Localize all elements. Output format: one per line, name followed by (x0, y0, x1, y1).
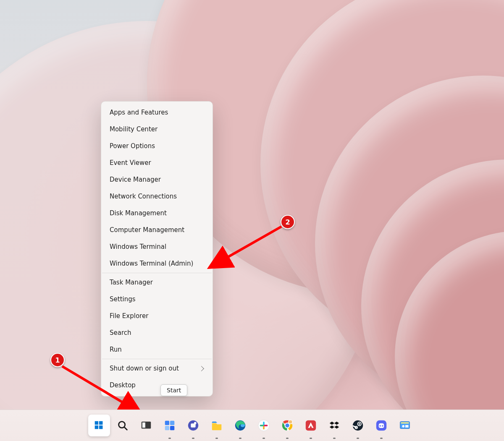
discord-button[interactable] (370, 415, 392, 436)
svg-rect-39 (405, 425, 409, 428)
menu-search[interactable]: Search (101, 324, 213, 341)
menu-item-label: Device Manager (110, 175, 161, 184)
desktop-wallpaper (0, 0, 504, 441)
menu-item-label: Apps and Features (110, 108, 168, 117)
menu-item-label: Network Connections (110, 192, 177, 201)
teams-chat-button[interactable] (182, 415, 204, 436)
svg-rect-14 (170, 426, 174, 430)
menu-item-label: Desktop (110, 381, 136, 389)
dropbox-icon (328, 419, 341, 432)
svg-rect-5 (99, 425, 102, 429)
svg-point-35 (382, 425, 383, 426)
running-indicator (192, 438, 194, 439)
file-explorer-icon (210, 419, 223, 432)
discord-icon (375, 419, 388, 432)
dropbox-button[interactable] (323, 415, 345, 436)
menu-item-label: Computer Management (110, 226, 184, 234)
widgets-icon (163, 419, 176, 432)
menu-item-label: Mobility Center (110, 125, 158, 133)
svg-point-29 (353, 420, 363, 431)
svg-point-17 (194, 422, 197, 425)
widgets-button[interactable] (159, 415, 181, 436)
menu-task-manager[interactable]: Task Manager (101, 274, 213, 291)
svg-rect-23 (264, 425, 268, 426)
svg-rect-13 (165, 426, 169, 430)
chrome-icon (281, 419, 294, 432)
svg-rect-2 (95, 421, 98, 425)
menu-item-label: Task Manager (110, 278, 153, 287)
menu-item-label: File Explorer (110, 312, 148, 320)
search-icon (116, 419, 129, 432)
expressvpn-icon (304, 419, 317, 432)
svg-rect-11 (165, 421, 169, 425)
taskbar (0, 410, 504, 441)
start-button[interactable] (88, 415, 110, 436)
menu-item-label: Disk Management (110, 209, 167, 217)
menu-run[interactable]: Run (101, 341, 213, 358)
menu-device-manager[interactable]: Device Manager (101, 171, 213, 188)
steam-button[interactable] (347, 415, 369, 436)
slack-button[interactable] (253, 415, 275, 436)
menu-item-label: Windows Terminal (Admin) (110, 259, 193, 268)
running-indicator (168, 438, 171, 439)
start-context-menu: Apps and FeaturesMobility CenterPower Op… (101, 101, 213, 397)
menu-item-label: Event Viewer (110, 159, 151, 167)
search-button[interactable] (112, 415, 134, 436)
chevron-right-icon (199, 366, 204, 371)
menu-separator (102, 359, 212, 359)
svg-rect-4 (95, 425, 98, 429)
running-indicator (286, 438, 289, 439)
menu-settings[interactable]: Settings (101, 291, 213, 308)
start-tooltip: Start (160, 384, 187, 396)
svg-rect-12 (170, 421, 174, 425)
task-view-button[interactable] (135, 415, 157, 436)
running-indicator (215, 438, 218, 439)
menu-item-label: Power Options (110, 142, 155, 150)
svg-rect-37 (401, 423, 409, 424)
menu-desktop[interactable]: Desktop (101, 377, 213, 394)
running-indicator (357, 438, 359, 439)
edge-button[interactable] (229, 415, 251, 436)
svg-point-38 (402, 425, 404, 428)
menu-separator (102, 273, 212, 273)
file-explorer-button[interactable] (206, 415, 228, 436)
menu-item-label: Run (110, 345, 122, 354)
running-indicator (333, 438, 336, 439)
running-indicator (310, 438, 312, 439)
chrome-button[interactable] (276, 415, 298, 436)
menu-item-label: Search (110, 329, 131, 337)
edge-icon (234, 419, 247, 432)
control-panel-icon (399, 419, 411, 432)
control-panel-button[interactable] (394, 415, 416, 436)
menu-item-label: Windows Terminal (110, 243, 166, 251)
menu-item-label: Settings (110, 295, 136, 303)
svg-rect-3 (99, 421, 102, 425)
steam-icon (352, 419, 364, 432)
expressvpn-button[interactable] (300, 415, 322, 436)
running-indicator (380, 438, 383, 439)
menu-item-label: Shut down or sign out (110, 364, 179, 373)
svg-line-7 (124, 427, 127, 430)
menu-windows-terminal-admin[interactable]: Windows Terminal (Admin) (101, 255, 213, 272)
menu-windows-terminal[interactable]: Windows Terminal (101, 238, 213, 255)
menu-apps-and-features[interactable]: Apps and Features (101, 104, 213, 121)
running-indicator (239, 438, 242, 439)
start-icon (93, 419, 105, 432)
svg-point-34 (380, 425, 381, 426)
svg-point-27 (289, 420, 292, 424)
menu-disk-management[interactable]: Disk Management (101, 205, 213, 222)
menu-file-explorer[interactable]: File Explorer (101, 308, 213, 324)
svg-point-31 (359, 423, 360, 425)
menu-power-options[interactable]: Power Options (101, 138, 213, 154)
slack-icon (257, 419, 270, 432)
menu-computer-management[interactable]: Computer Management (101, 222, 213, 238)
menu-event-viewer[interactable]: Event Viewer (101, 154, 213, 171)
menu-network-connections[interactable]: Network Connections (101, 188, 213, 205)
running-indicator (262, 438, 265, 439)
svg-rect-22 (260, 425, 264, 426)
task-view-icon (140, 419, 152, 432)
menu-mobility-center[interactable]: Mobility Center (101, 121, 213, 138)
menu-shut-down-or-sign-out[interactable]: Shut down or sign out (101, 360, 213, 377)
svg-rect-9 (142, 423, 146, 428)
teams-chat-icon (187, 419, 200, 432)
